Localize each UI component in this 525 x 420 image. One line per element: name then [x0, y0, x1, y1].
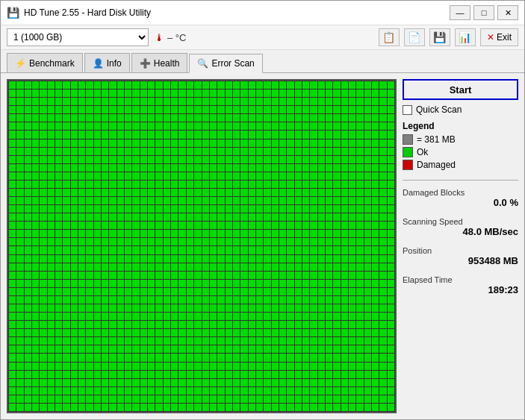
grid-cell: [140, 321, 147, 328]
grid-cell: [187, 140, 193, 147]
quick-scan-checkbox[interactable]: [403, 105, 412, 115]
grid-cell: [264, 114, 270, 122]
grid-cell: [55, 148, 62, 155]
grid-cell: [240, 321, 247, 328]
tab-info[interactable]: 👤 Info: [84, 53, 130, 72]
grid-cell: [217, 213, 224, 221]
grid-cell: [356, 296, 363, 304]
minimize-button[interactable]: —: [450, 5, 470, 20]
grid-cell: [164, 288, 170, 295]
grid-cell: [140, 131, 147, 138]
grid-cell: [117, 246, 124, 254]
grid-cell: [25, 222, 31, 229]
grid-cell: [295, 148, 302, 155]
grid-cell: [249, 222, 255, 229]
grid-cell: [341, 213, 348, 221]
tab-health[interactable]: ➕ Health: [131, 53, 188, 72]
grid-cell: [78, 181, 85, 188]
grid-cell: [318, 379, 325, 386]
grid-cell: [326, 81, 332, 89]
grid-cell: [155, 387, 162, 395]
exit-button[interactable]: ✕ Exit: [480, 28, 518, 46]
tab-benchmark[interactable]: ⚡ Benchmark: [7, 53, 83, 72]
grid-cell: [9, 280, 16, 287]
grid-cell: [279, 140, 286, 147]
grid-cell: [117, 255, 124, 263]
grid-cell: [202, 106, 209, 113]
legend-damaged-label: Damaged: [417, 160, 456, 170]
grid-cell: [55, 90, 62, 97]
grid-cell: [217, 197, 224, 204]
grid-cell: [356, 363, 363, 370]
grid-cell: [356, 238, 363, 245]
grid-cell: [318, 296, 325, 304]
grid-cell: [310, 329, 317, 336]
grid-cell: [356, 288, 363, 295]
grid-cell: [318, 181, 325, 188]
grid-cell: [164, 181, 170, 188]
grid-cell: [71, 304, 78, 312]
grid-cell: [372, 329, 379, 336]
grid-cell: [155, 106, 162, 113]
grid-cell: [178, 313, 185, 320]
grid-cell: [117, 304, 124, 312]
grid-cell: [341, 363, 348, 370]
grid-cell: [356, 172, 363, 180]
grid-cell: [32, 354, 39, 361]
maximize-button[interactable]: □: [473, 5, 494, 20]
grid-cell: [226, 296, 232, 304]
grid-cell: [125, 98, 131, 105]
grid-cell: [379, 337, 386, 345]
grid-cell: [279, 395, 286, 403]
grid-cell: [25, 140, 31, 147]
grid-cell: [125, 205, 131, 213]
start-button[interactable]: Start: [403, 79, 518, 100]
grid-cell: [341, 354, 348, 361]
grid-cell: [249, 288, 255, 295]
grid-cell: [217, 263, 224, 271]
grid-cell: [210, 205, 217, 213]
grid-cell: [140, 81, 147, 89]
grid-cell: [264, 404, 270, 411]
grid-cell: [55, 81, 62, 89]
save-button[interactable]: 💾: [429, 28, 450, 46]
grid-cell: [279, 246, 286, 254]
grid-cell: [102, 329, 108, 336]
grid-cell: [94, 379, 101, 386]
grid-cell: [9, 98, 16, 105]
grid-cell: [9, 90, 16, 97]
close-button[interactable]: ✕: [497, 5, 518, 20]
grid-cell: [333, 395, 340, 403]
grid-cell: [333, 354, 340, 361]
grid-cell: [132, 363, 139, 370]
grid-cell: [318, 371, 325, 378]
tab-error-scan[interactable]: 🔍 Error Scan: [189, 54, 262, 73]
grid-cell: [71, 255, 78, 263]
grid-cell: [202, 354, 209, 361]
grid-cell: [40, 354, 46, 361]
grid-cell: [388, 81, 394, 89]
disk-select[interactable]: 1 (1000 GB): [7, 28, 149, 46]
grid-cell: [40, 246, 46, 254]
grid-cell: [287, 246, 293, 254]
grid-cell: [349, 98, 355, 105]
grid-cell: [25, 313, 31, 320]
grid-cell: [310, 222, 317, 229]
grid-cell: [16, 122, 23, 130]
report-button[interactable]: 📊: [455, 28, 476, 46]
damaged-blocks-value: 0.0 %: [403, 197, 518, 208]
grid-cell: [333, 345, 340, 353]
grid-cell: [310, 172, 317, 180]
grid-cell: [272, 213, 279, 221]
paste-button[interactable]: 📄: [404, 28, 425, 46]
grid-cell: [32, 371, 39, 378]
copy-button[interactable]: 📋: [379, 28, 400, 46]
grid-cell: [341, 148, 348, 155]
grid-cell: [71, 156, 78, 163]
grid-cell: [178, 272, 185, 279]
grid-cell: [171, 404, 178, 411]
grid-cell: [202, 131, 209, 138]
grid-cell: [210, 395, 217, 403]
grid-cell: [210, 329, 217, 336]
grid-cell: [272, 122, 279, 130]
